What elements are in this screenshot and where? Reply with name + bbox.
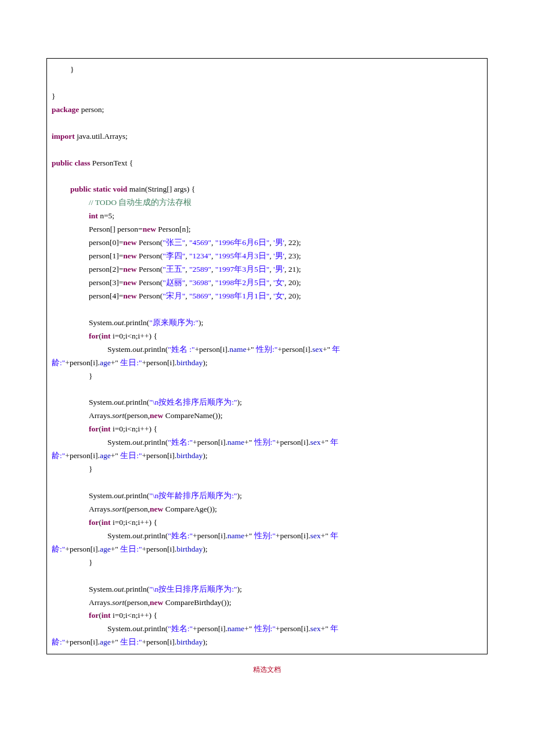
code-line: } <box>52 556 482 570</box>
code-line: } <box>52 370 482 383</box>
blank-line <box>52 383 482 397</box>
code-line: package person; <box>52 103 482 117</box>
code-line: public class PersonText { <box>52 157 482 170</box>
blank-line <box>52 117 482 130</box>
blank-line <box>52 303 482 316</box>
code-box: } } package person; import java.util.Arr… <box>46 58 488 654</box>
blank-line <box>52 143 482 157</box>
code-line: Arrays.sort(person,new CompareBirthday()… <box>52 596 482 610</box>
code-line: for(int i=0;i<n;i++) { <box>52 516 482 530</box>
code-line: person[1]=new Person("李四", "1234", "1995… <box>52 250 482 263</box>
code-line: } <box>52 63 482 77</box>
code-line: System.out.println("姓名 :"+person[i].name… <box>52 343 482 357</box>
code-line: Arrays.sort(person,new CompareName()); <box>52 409 482 423</box>
code-line: person[0]=new Person("张三", "4569", "1996… <box>52 236 482 250</box>
code-line: for(int i=0;i<n;i++) { <box>52 609 482 622</box>
code-line: 龄:"+person[i].age+" 生日:"+person[i].birth… <box>52 449 482 463</box>
code-line: import java.util.Arrays; <box>52 130 482 143</box>
code-line: 龄:"+person[i].age+" 生日:"+person[i].birth… <box>52 543 482 556</box>
code-line: int n=5; <box>52 210 482 223</box>
page-container: } } package person; import java.util.Arr… <box>0 0 534 692</box>
code-line: 龄:"+person[i].age+" 生日:"+person[i].birth… <box>52 636 482 649</box>
code-line: person[4]=new Person("宋月", "5869", "1998… <box>52 290 482 303</box>
code-line: System.out.println("\n按姓名排序后顺序为:"); <box>52 396 482 409</box>
code-line: for(int i=0;i<n;i++) { <box>52 330 482 343</box>
code-line: System.out.println("姓名:"+person[i].name+… <box>52 530 482 543</box>
code-line: Arrays.sort(person,new CompareAge()); <box>52 503 482 516</box>
code-line: System.out.println("\n按年龄排序后顺序为:"); <box>52 489 482 503</box>
code-line: } <box>52 90 482 103</box>
code-line: person[2]=new Person("王五", "2589", "1997… <box>52 263 482 276</box>
page-footer: 精选文档 <box>46 665 488 675</box>
code-line: System.out.println("原来顺序为:"); <box>52 316 482 330</box>
blank-line <box>52 570 482 583</box>
code-line: System.out.println("姓名:"+person[i].name+… <box>52 436 482 449</box>
code-line: for(int i=0;i<n;i++) { <box>52 423 482 436</box>
code-line: Person[] person=new Person[n]; <box>52 223 482 236</box>
code-line: // TODO 自动生成的方法存根 <box>52 196 482 210</box>
code-line: } <box>52 463 482 476</box>
code-line: public static void main(String[] args) { <box>52 183 482 196</box>
code-line: 龄:"+person[i].age+" 生日:"+person[i].birth… <box>52 357 482 370</box>
blank-line <box>52 170 482 183</box>
blank-line <box>52 77 482 90</box>
code-line: person[3]=new Person("赵丽", "3698", "1998… <box>52 276 482 290</box>
code-line: System.out.println("\n按生日排序后顺序为:"); <box>52 583 482 596</box>
code-line: System.out.println("姓名:"+person[i].name+… <box>52 622 482 636</box>
person-init-block: person[0]=new Person("张三", "4569", "1996… <box>52 236 482 303</box>
blank-line <box>52 476 482 489</box>
